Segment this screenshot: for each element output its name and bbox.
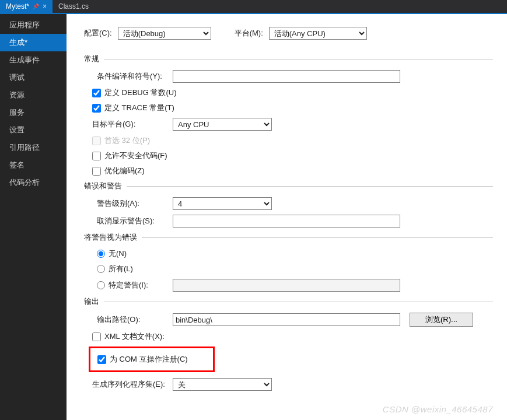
document-tabs: Mytest* 📌 × Class1.cs <box>0 0 507 13</box>
sidebar-item-signing[interactable]: 签名 <box>0 156 67 174</box>
sidebar-item-resources[interactable]: 资源 <box>0 86 67 104</box>
com-interop-label: 为 COM 互操作注册(C) <box>110 354 188 365</box>
warn-none-radio[interactable] <box>97 250 105 258</box>
trace-const-label: 定义 TRACE 常量(T) <box>104 103 174 113</box>
prefer32-label: 首选 32 位(P) <box>104 135 150 146</box>
output-path-input[interactable] <box>173 313 400 326</box>
divider <box>142 237 493 238</box>
group-title-general: 常规 <box>84 54 99 64</box>
browse-button[interactable]: 浏览(R)... <box>410 313 473 327</box>
divider <box>104 302 493 302</box>
platform-label: 平台(M): <box>235 28 263 38</box>
conditional-label: 条件编译和符号(Y): <box>97 71 173 82</box>
allow-unsafe-checkbox[interactable] <box>92 152 101 160</box>
warn-none-label: 无(N) <box>109 249 127 259</box>
divider <box>127 186 493 187</box>
warn-specific-radio[interactable] <box>97 281 105 289</box>
xml-doc-label: XML 文档文件(X): <box>104 331 165 342</box>
warn-specific-input <box>173 279 400 292</box>
tab-class1[interactable]: Class1.cs <box>53 0 95 13</box>
prefer32-checkbox <box>92 136 101 145</box>
sidebar-item-services[interactable]: 服务 <box>0 104 67 121</box>
property-sidebar: 应用程序 生成* 生成事件 调试 资源 服务 设置 引用路径 签名 代码分析 <box>0 14 67 420</box>
debug-const-checkbox[interactable] <box>92 89 101 97</box>
warn-specific-label: 特定警告(I): <box>109 280 148 290</box>
trace-const-checkbox[interactable] <box>92 104 101 113</box>
highlight-annotation: 为 COM 互操作注册(C) <box>89 346 215 372</box>
debug-const-label: 定义 DEBUG 常数(U) <box>104 88 177 98</box>
suppress-warnings-input[interactable] <box>173 215 400 228</box>
xml-doc-checkbox[interactable] <box>92 332 101 341</box>
config-label: 配置(C): <box>84 28 112 38</box>
pin-icon[interactable]: 📌 <box>33 4 39 9</box>
optimize-checkbox[interactable] <box>92 167 101 176</box>
warning-level-label: 警告级别(A): <box>97 198 173 209</box>
config-select[interactable]: 活动(Debug) <box>118 27 211 40</box>
serialization-select[interactable]: 关 <box>173 378 272 391</box>
sidebar-item-build-events[interactable]: 生成事件 <box>0 51 67 69</box>
sidebar-item-code-analysis[interactable]: 代码分析 <box>0 174 67 191</box>
target-platform-label: 目标平台(G): <box>92 119 173 130</box>
sidebar-item-debug[interactable]: 调试 <box>0 69 67 86</box>
tab-mytest[interactable]: Mytest* 📌 × <box>0 0 53 13</box>
tab-label: Class1.cs <box>58 2 89 10</box>
conditional-input[interactable] <box>173 70 400 83</box>
com-interop-checkbox[interactable] <box>97 355 106 364</box>
sidebar-item-build[interactable]: 生成* <box>0 34 67 51</box>
serialization-label: 生成序列化程序集(E): <box>92 379 173 390</box>
warning-level-select[interactable]: 4 <box>173 197 272 210</box>
platform-select[interactable]: 活动(Any CPU) <box>269 27 367 40</box>
output-path-label: 输出路径(O): <box>97 314 173 325</box>
target-platform-select[interactable]: Any CPU <box>173 118 272 131</box>
sidebar-item-settings[interactable]: 设置 <box>0 121 67 139</box>
main-area: 应用程序 生成* 生成事件 调试 资源 服务 设置 引用路径 签名 代码分析 配… <box>0 14 507 420</box>
divider <box>104 59 493 60</box>
group-title-warnings: 错误和警告 <box>84 181 122 191</box>
warn-all-radio[interactable] <box>97 265 105 273</box>
warn-all-label: 所有(L) <box>109 264 133 274</box>
build-panel: 配置(C): 活动(Debug) 平台(M): 活动(Any CPU) 常规 条… <box>67 14 507 420</box>
group-title-output: 输出 <box>84 296 99 307</box>
close-icon[interactable]: × <box>43 2 47 10</box>
suppress-warnings-label: 取消显示警告(S): <box>97 216 173 226</box>
tab-label: Mytest* <box>6 2 29 10</box>
sidebar-item-application[interactable]: 应用程序 <box>0 16 67 34</box>
group-title-treat-error: 将警告视为错误 <box>84 232 137 243</box>
allow-unsafe-label: 允许不安全代码(F) <box>104 150 167 161</box>
optimize-label: 优化编码(Z) <box>104 166 145 176</box>
sidebar-item-reference-paths[interactable]: 引用路径 <box>0 139 67 156</box>
